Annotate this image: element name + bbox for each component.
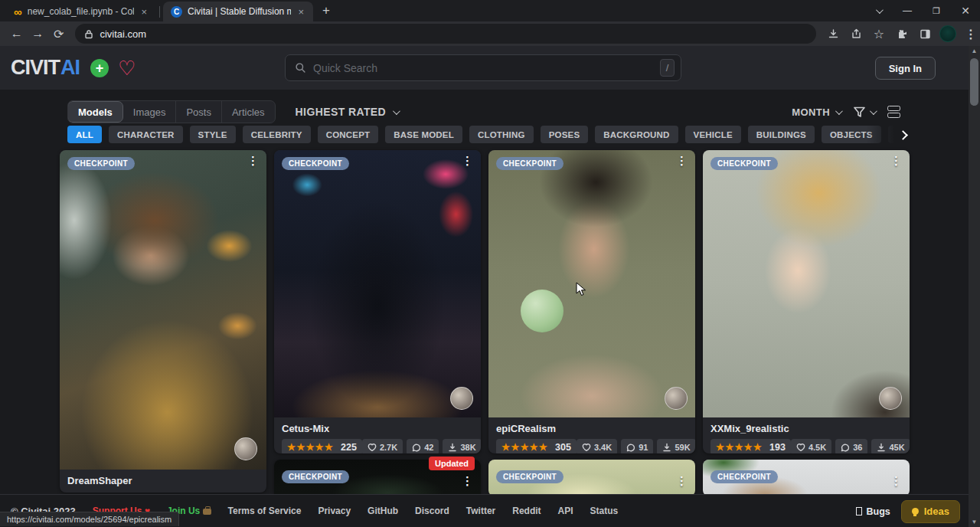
tab-colab[interactable]: ∞ new_colab_file.ipynb - Colaborat × bbox=[6, 2, 156, 21]
colab-icon: ∞ bbox=[14, 6, 22, 18]
twitter-link[interactable]: Twitter bbox=[466, 506, 495, 516]
briefcase-icon bbox=[203, 509, 211, 515]
sign-in-button[interactable]: Sign In bbox=[875, 57, 936, 80]
content-type-nav: Models Images Posts Articles HIGHEST RAT… bbox=[67, 100, 398, 123]
model-card-dreamshaper[interactable]: CHECKPOINT ⋮ DreamShaper bbox=[60, 150, 266, 493]
category-pill[interactable]: CLOTHING bbox=[469, 126, 534, 143]
search-icon bbox=[295, 62, 306, 74]
url-text: civitai.com bbox=[100, 28, 146, 40]
model-card-cetus-mix[interactable]: CHECKPOINT ⋮ Cetus-Mix ★★★★★225 2.7K 42 … bbox=[274, 150, 481, 453]
status-link[interactable]: Status bbox=[590, 506, 619, 516]
tab-posts[interactable]: Posts bbox=[176, 101, 222, 123]
civitai-logo[interactable]: CIVITAI bbox=[11, 56, 80, 80]
profile-avatar[interactable] bbox=[939, 25, 957, 43]
tab-articles[interactable]: Articles bbox=[222, 101, 275, 123]
downloads-count: 38K bbox=[460, 443, 475, 452]
category-pill[interactable]: VEHICLE bbox=[685, 126, 741, 143]
card-menu-icon[interactable]: ⋮ bbox=[890, 475, 902, 488]
page-scrollbar[interactable]: ▲ ▼ bbox=[969, 46, 980, 527]
tab-models[interactable]: Models bbox=[67, 101, 123, 123]
checkpoint-badge: CHECKPOINT bbox=[496, 470, 564, 483]
reload-button[interactable]: ⟳ bbox=[48, 27, 69, 41]
model-card-epicrealism[interactable]: CHECKPOINT ⋮ epiCRealism ★★★★★305 3.4K 9… bbox=[488, 150, 695, 453]
content-type-tabs: Models Images Posts Articles bbox=[67, 100, 276, 123]
category-pill[interactable]: BUILDINGS bbox=[748, 126, 815, 143]
close-window-button[interactable]: ✕ bbox=[951, 5, 980, 17]
sort-dropdown[interactable]: HIGHEST RATED bbox=[296, 106, 399, 118]
share-icon[interactable] bbox=[847, 25, 865, 43]
tab-close-icon[interactable]: × bbox=[139, 6, 149, 18]
comments-count: 36 bbox=[853, 443, 862, 452]
model-card-xxmix9realistic[interactable]: CHECKPOINT ⋮ XXMix_9realistic ★★★★★193 4… bbox=[703, 150, 910, 453]
card-menu-icon[interactable]: ⋮ bbox=[676, 155, 688, 168]
back-button[interactable]: ← bbox=[6, 27, 27, 41]
minimize-button[interactable]: — bbox=[893, 5, 922, 16]
heart-icon bbox=[796, 443, 805, 452]
tab-civitai[interactable]: C Civitai | Stable Diffusion models, × bbox=[163, 2, 313, 21]
bugs-link[interactable]: Bugs bbox=[856, 506, 890, 517]
lock-icon bbox=[84, 29, 93, 39]
scroll-up-icon[interactable]: ▲ bbox=[969, 47, 980, 54]
card-menu-icon[interactable]: ⋮ bbox=[462, 475, 473, 488]
ideas-button[interactable]: Ideas bbox=[901, 500, 960, 523]
creator-avatar[interactable] bbox=[665, 387, 688, 410]
search-input[interactable] bbox=[313, 62, 653, 74]
model-card-row2[interactable]: CHECKPOINT ⋮ bbox=[703, 460, 910, 496]
model-card-row2[interactable]: CHECKPOINT ⋮ Updated bbox=[274, 460, 481, 496]
quick-search[interactable]: / bbox=[285, 54, 681, 81]
category-pill[interactable]: STYLE bbox=[190, 126, 236, 143]
heart-icon bbox=[368, 443, 377, 452]
chevron-down-icon bbox=[393, 107, 400, 115]
github-link[interactable]: GitHub bbox=[368, 506, 398, 516]
creator-avatar[interactable] bbox=[879, 387, 902, 410]
creator-avatar[interactable] bbox=[234, 437, 257, 460]
scrollbar-thumb[interactable] bbox=[970, 58, 978, 106]
checkpoint-badge: CHECKPOINT bbox=[67, 157, 135, 170]
creator-avatar[interactable] bbox=[450, 387, 473, 410]
bookmark-star-icon[interactable]: ☆ bbox=[870, 25, 888, 43]
downloads-count: 45K bbox=[889, 443, 904, 452]
filter-dropdown[interactable] bbox=[853, 106, 875, 118]
address-bar[interactable]: civitai.com bbox=[75, 24, 816, 44]
card-size-toggle-icon[interactable] bbox=[887, 106, 900, 118]
card-menu-icon[interactable]: ⋮ bbox=[247, 155, 259, 168]
reddit-link[interactable]: Reddit bbox=[512, 506, 541, 516]
privacy-link[interactable]: Privacy bbox=[318, 506, 351, 516]
category-pill[interactable]: BASE MODEL bbox=[385, 126, 462, 143]
forward-button[interactable]: → bbox=[27, 27, 47, 41]
category-pill[interactable]: POSES bbox=[541, 126, 589, 143]
categories-scroll-right-icon[interactable] bbox=[896, 127, 910, 142]
tab-images[interactable]: Images bbox=[123, 101, 177, 123]
card-menu-icon[interactable]: ⋮ bbox=[890, 155, 902, 168]
category-pill[interactable]: BACKGROUND bbox=[595, 126, 678, 143]
chrome-menu-icon[interactable]: ⋮ bbox=[962, 25, 980, 43]
extensions-icon[interactable] bbox=[893, 25, 911, 43]
model-card-row2[interactable]: CHECKPOINT ⋮ bbox=[488, 460, 695, 496]
star-icon: ★★★★★ bbox=[501, 441, 548, 453]
bug-icon bbox=[856, 507, 862, 516]
tab-search-icon[interactable] bbox=[864, 5, 893, 16]
tab-close-icon[interactable]: × bbox=[296, 6, 305, 18]
download-icon[interactable] bbox=[824, 25, 842, 43]
new-tab-button[interactable]: + bbox=[322, 3, 330, 18]
terms-link[interactable]: Terms of Service bbox=[228, 506, 302, 516]
model-image: CHECKPOINT ⋮ bbox=[274, 150, 481, 417]
likes-stat: 2.7K bbox=[362, 439, 403, 453]
star-icon: ★★★★★ bbox=[716, 441, 763, 453]
card-menu-icon[interactable]: ⋮ bbox=[676, 475, 688, 488]
category-pill[interactable]: CONCEPT bbox=[318, 126, 379, 143]
period-dropdown[interactable]: MONTH bbox=[792, 106, 841, 118]
discord-link[interactable]: Discord bbox=[415, 506, 449, 516]
category-pill[interactable]: CELEBRITY bbox=[243, 126, 311, 143]
lightbulb-icon bbox=[912, 508, 919, 515]
favorites-heart-icon[interactable]: ♡ bbox=[118, 58, 136, 78]
chevron-down-icon bbox=[835, 107, 843, 115]
create-plus-button[interactable]: + bbox=[90, 59, 109, 77]
api-link[interactable]: API bbox=[558, 506, 573, 516]
category-pill[interactable]: CHARACTER bbox=[109, 126, 183, 143]
maximize-button[interactable]: ❐ bbox=[922, 6, 951, 16]
scroll-down-icon[interactable]: ▼ bbox=[969, 519, 980, 525]
side-panel-icon[interactable] bbox=[916, 25, 934, 43]
category-pill-all[interactable]: ALL bbox=[67, 126, 102, 143]
card-menu-icon[interactable]: ⋮ bbox=[462, 155, 473, 168]
